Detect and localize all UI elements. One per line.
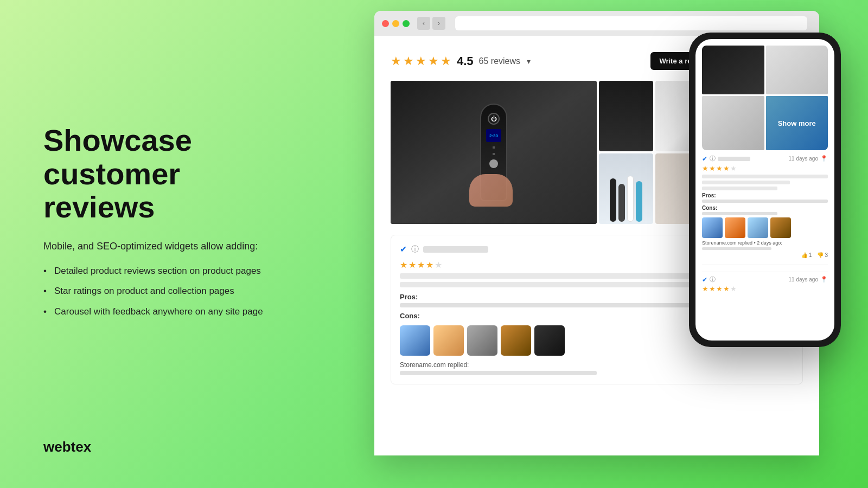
phone-location-icon: 📍 (820, 155, 828, 162)
hand (469, 174, 513, 207)
r-star-1: ★ (400, 260, 407, 270)
url-bar[interactable] (455, 16, 807, 30)
info-icon: ⓘ (411, 245, 419, 254)
rating-stars: ★ ★ ★ ★ ★ (391, 54, 451, 68)
pros-bar (400, 303, 735, 307)
review-thumb-2[interactable] (433, 325, 464, 356)
phone-review-text (702, 175, 828, 190)
star-3: ★ (416, 54, 426, 68)
headline: Showcase customer reviews (43, 124, 293, 224)
browser-nav: ‹ › (417, 17, 445, 30)
phone-review-header: ✔ ⓘ 11 days ago 📍 (702, 155, 828, 163)
forward-button[interactable]: › (432, 17, 445, 30)
left-panel: Showcase customer reviews Mobile, and SE… (0, 0, 336, 488)
thumbs-up-icon: 👍 (801, 252, 808, 258)
phone-show-more[interactable]: Show more (766, 96, 828, 150)
photo-main-inner: ⏻ 2:30 (391, 81, 597, 224)
r-star-3: ★ (417, 260, 425, 270)
power-icon: ⏻ (488, 113, 500, 125)
like-count: 1 (809, 252, 812, 258)
minimize-dot[interactable] (392, 20, 399, 27)
back-button[interactable]: ‹ (417, 17, 430, 30)
rating-left: ★ ★ ★ ★ ★ 4.5 65 reviews ▾ (391, 54, 531, 68)
phone-review-2-time: 11 days ago (789, 277, 819, 282)
bullet-2: Star ratings on product and collection p… (43, 285, 293, 298)
phone-verified-icon: ✔ (702, 155, 707, 163)
bullet-1: Detailed product reviews section on prod… (43, 265, 293, 278)
star-1: ★ (391, 54, 401, 68)
phone-info-2-icon: ⓘ (710, 275, 716, 284)
photo-main[interactable]: ⏻ 2:30 (391, 81, 597, 224)
replied-bar (400, 371, 597, 375)
phone-thumb-4[interactable] (770, 217, 791, 238)
phone-photo-2[interactable] (766, 46, 828, 94)
phone-pros: Pros: Cons: (702, 192, 828, 215)
review-thumb-5[interactable] (534, 325, 565, 356)
verified-icon: ✔ (400, 244, 407, 254)
subtitle: Mobile, and SEO-optimized widgets allow … (43, 239, 293, 254)
phone-show-more-text: Show more (778, 119, 816, 127)
phone-photo-grid: Show more (702, 46, 828, 150)
phone-like[interactable]: 👍 1 (801, 252, 812, 258)
dislike-count: 3 (825, 252, 828, 258)
star-2: ★ (403, 54, 414, 68)
rating-value: 4.5 (457, 54, 474, 68)
phone-replied-label: Storename.com replied • 2 days ago: (702, 240, 828, 246)
phone-cons-label: Cons: (702, 205, 828, 211)
thumbs-down-icon: 👎 (817, 252, 824, 258)
r-star-2: ★ (409, 260, 416, 270)
phone-review-2-header: ✔ ⓘ 11 days ago 📍 (702, 275, 828, 284)
phone-content: Show more ✔ ⓘ 11 days ago (695, 39, 834, 341)
phone-pros-label: Pros: (702, 192, 828, 198)
brand-name: webtex (43, 439, 91, 455)
dropdown-chevron-icon[interactable]: ▾ (527, 57, 531, 66)
bullet-list: Detailed product reviews section on prod… (43, 265, 293, 326)
photo-thumb-4[interactable] (599, 153, 653, 224)
review-thumb-4[interactable] (501, 325, 531, 356)
phone-review-time: 11 days ago (789, 156, 819, 162)
phone-thumb-3[interactable] (748, 217, 768, 238)
review-count: 65 reviews (479, 56, 520, 66)
phone-photo-1[interactable] (702, 46, 764, 94)
phone-review-icons: ✔ ⓘ (702, 155, 750, 163)
bullet-3: Carousel with feedback anywhere on any s… (43, 305, 293, 318)
review-thumb-1[interactable] (400, 325, 430, 356)
phone-mock: Show more ✔ ⓘ 11 days ago (689, 33, 841, 347)
photo-thumb-1[interactable] (599, 81, 653, 151)
phone-thumb-2[interactable] (725, 217, 745, 238)
review-thumb-3[interactable] (467, 325, 497, 356)
phone-divider (702, 265, 828, 265)
phone-dislike[interactable]: 👎 3 (817, 252, 828, 258)
star-half: ★ (441, 54, 451, 68)
r-star-5: ★ (435, 260, 442, 270)
left-content: Showcase customer reviews Mobile, and SE… (43, 33, 293, 417)
tb-display: 2:30 (486, 129, 501, 142)
replied-label: Storename.com replied: (400, 361, 794, 369)
maximize-dot[interactable] (403, 20, 410, 27)
phone-thumb-1[interactable] (702, 217, 723, 238)
phone-info-icon: ⓘ (710, 155, 716, 163)
phone-bottom-stars: ★ ★ ★ ★ ★ (702, 285, 828, 293)
phone-review-1: ✔ ⓘ 11 days ago 📍 ★ ★ (702, 155, 828, 258)
right-panel: ‹ › ★ ★ ★ ★ ★ (336, 0, 868, 488)
phone-screen: Show more ✔ ⓘ 11 days ago (695, 39, 834, 341)
headline-line2: customer reviews (43, 157, 180, 224)
star-4: ★ (428, 54, 439, 68)
brand-logo: webtex (43, 439, 293, 455)
browser-dots (382, 20, 410, 27)
phone-reviewer-name (718, 157, 750, 161)
phone-review-2: ✔ ⓘ 11 days ago 📍 ★ ★ ★ (702, 272, 828, 294)
phone-location-2-icon: 📍 (820, 276, 828, 283)
phone-thumbs (702, 217, 828, 238)
phone-like-dislike: 👍 1 👎 3 (702, 252, 828, 258)
r-star-4: ★ (426, 260, 433, 270)
reviewer-name (423, 246, 488, 253)
browser-container: ‹ › ★ ★ ★ ★ ★ (374, 11, 819, 455)
phone-verified-2-icon: ✔ (702, 276, 707, 284)
phone-photo-3[interactable] (702, 96, 764, 150)
close-dot[interactable] (382, 20, 389, 27)
phone-stars: ★ ★ ★ ★ ★ (702, 164, 828, 172)
headline-line1: Showcase (43, 123, 192, 157)
